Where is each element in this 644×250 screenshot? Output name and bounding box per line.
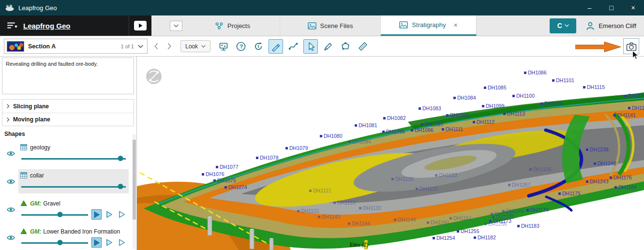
scene-count: 1 of 1	[120, 44, 134, 49]
shape-row-geology[interactable]: geology	[0, 140, 136, 168]
drillhole-label: DH1133	[333, 200, 356, 206]
scene-name: Section A	[28, 43, 56, 50]
opacity-slider[interactable]	[20, 239, 89, 246]
polyline-tool[interactable]	[286, 39, 300, 54]
next-scene-button[interactable]	[164, 40, 175, 53]
drillhole-marker	[489, 220, 492, 222]
drillhole-label: DH1141	[614, 112, 636, 118]
visibility-toggle[interactable]	[3, 225, 18, 250]
previous-scene-button[interactable]	[150, 40, 161, 53]
scene-window-tool[interactable]	[216, 39, 231, 54]
central-button[interactable]: C	[550, 18, 576, 33]
maximize-button[interactable]: □	[600, 0, 622, 15]
tab-scene-files[interactable]: Scene Files	[280, 15, 381, 36]
select-tool[interactable]	[303, 39, 318, 54]
main-menu-icon	[7, 22, 18, 29]
scene-viewport[interactable]: DH1086DH1101DH1115DH1085DH1100DH1114DH11…	[137, 57, 644, 250]
tab-projects[interactable]: Projects	[185, 15, 280, 36]
drillhole-label: DH1075	[213, 177, 236, 183]
main-menu[interactable]: Leapfrog Geo	[0, 15, 129, 36]
drillhole-marker	[457, 230, 459, 233]
slicer-tool[interactable]	[269, 39, 283, 54]
drillhole-label: DH1077	[216, 164, 239, 170]
user-menu[interactable]: Emerson Cliff	[586, 22, 636, 30]
chevron-down-icon	[174, 24, 179, 28]
drillhole-marker	[333, 202, 336, 204]
opacity-slider[interactable]	[20, 155, 127, 162]
drillhole-label: DH1096	[411, 127, 434, 133]
minimize-button[interactable]: –	[579, 0, 600, 15]
drillhole-label: DH1086	[524, 70, 547, 75]
drillhole-marker	[583, 86, 585, 88]
drillhole-label: DH1078	[256, 155, 279, 161]
tab-stratigraphy[interactable]: Stratigraphy ×	[381, 15, 477, 36]
rotate-view-tool[interactable]	[251, 39, 266, 54]
play-scene-button[interactable]	[129, 15, 151, 36]
drillhole-marker	[435, 174, 437, 176]
drillhole-label: DH1121	[309, 188, 331, 193]
title-bar: Leapfrog Geo – □ ×	[0, 0, 644, 15]
drillhole-marker	[614, 114, 616, 117]
drillhole-label: DH1144	[348, 221, 370, 226]
look-dropdown[interactable]: Look	[180, 40, 210, 52]
drillhole-label: DH1135	[391, 176, 414, 182]
visibility-toggle[interactable]	[3, 169, 18, 193]
polygon-tool[interactable]	[338, 39, 353, 54]
scene-sidebar: Revealing drilling and faulted ore-body.…	[0, 57, 137, 250]
render-both-button[interactable]	[104, 209, 114, 220]
slicing-plane-section[interactable]: Slicing plane	[2, 100, 134, 113]
drillhole-marker	[474, 236, 476, 239]
help-button[interactable]	[234, 39, 248, 54]
sidebar-scrollbar[interactable]	[133, 134, 136, 249]
polyline-icon	[288, 41, 299, 52]
drillhole-label: DH1143	[318, 214, 340, 220]
drillhole-marker	[610, 176, 612, 179]
render-outline-button[interactable]	[117, 237, 127, 248]
scrollbar-thumb[interactable]	[133, 140, 136, 220]
drillhole-marker	[383, 117, 386, 119]
chevron-down-icon	[565, 24, 569, 27]
drillhole-marker	[473, 121, 475, 123]
drillhole-label: DH1080	[320, 133, 343, 139]
drillhole-label: DH1097	[421, 121, 444, 127]
saved-scene-selector[interactable]: Section A 1 of 1	[4, 39, 148, 54]
tab-close-icon[interactable]: ×	[453, 21, 457, 29]
scene-description[interactable]: Revealing drilling and faulted ore-body.	[2, 58, 134, 94]
drillhole-marker	[453, 97, 456, 99]
render-both-button[interactable]	[104, 237, 114, 248]
render-outline-button[interactable]	[117, 209, 127, 220]
drillhole-marker	[491, 213, 493, 215]
close-button[interactable]: ×	[622, 0, 644, 15]
drillhole-label: DH1098	[446, 112, 469, 118]
section-label: Slicing plane	[13, 103, 49, 110]
render-filled-button[interactable]	[91, 209, 102, 220]
shape-row-gm-gravel[interactable]: GM: Gravel	[0, 196, 136, 224]
drillhole-marker	[411, 129, 413, 132]
ruler-tool[interactable]	[356, 39, 370, 54]
tab-list-dropdown[interactable]	[170, 21, 182, 31]
shape-row-gm-lbif[interactable]: GM: Lower Banded Iron Formation	[0, 224, 136, 250]
drillhole-label: DH1074	[225, 184, 247, 190]
drillhole-label: DH1184	[614, 184, 637, 190]
drillhole-label: DH1243	[586, 178, 609, 184]
opacity-slider[interactable]	[20, 183, 127, 190]
draw-slice-line-tool[interactable]	[321, 39, 335, 54]
user-name: Emerson Cliff	[599, 22, 636, 29]
moving-plane-section[interactable]: Moving plane	[2, 113, 134, 126]
section-label: Moving plane	[13, 116, 50, 123]
opacity-slider[interactable]	[20, 211, 89, 218]
visibility-toggle[interactable]	[3, 141, 18, 165]
shape-row-collar[interactable]: collar	[0, 168, 136, 196]
visibility-toggle[interactable]	[3, 197, 18, 221]
drillhole-marker	[285, 147, 288, 149]
drillhole-marker	[529, 168, 532, 171]
render-filled-button[interactable]	[91, 237, 102, 248]
scene-toolbar: Section A 1 of 1 Look	[0, 36, 644, 57]
window-controls: – □ ×	[579, 0, 644, 15]
drillhole-label: DH1267	[508, 182, 531, 188]
drillhole-label: DH1112	[473, 119, 494, 125]
shapes-header: Shapes	[0, 126, 136, 140]
drillhole-marker	[433, 237, 435, 239]
chevron-down-icon	[201, 45, 206, 48]
chevron-right-icon	[7, 104, 10, 108]
